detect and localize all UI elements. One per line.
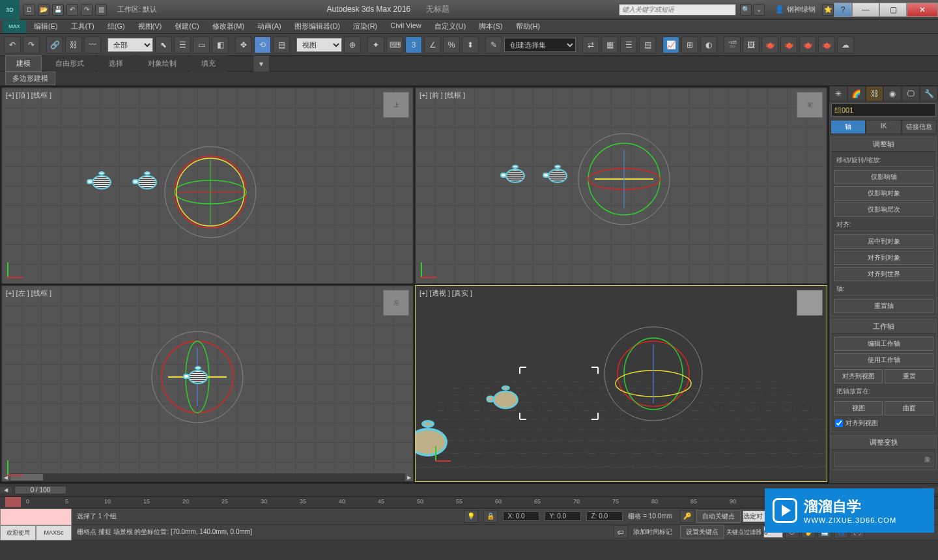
app-logo-icon[interactable]: 3D: [0, 0, 20, 20]
select-object-icon[interactable]: ⬉: [155, 36, 172, 53]
bind-spacewarp-icon[interactable]: 〰: [84, 36, 101, 53]
ribbon-tab-4[interactable]: 填充: [190, 55, 227, 72]
viewport-persp-label[interactable]: [+] [透视 ] [真实 ]: [419, 288, 472, 298]
render-activeshade-icon[interactable]: 🫖: [799, 36, 816, 53]
rotate-icon[interactable]: ⟲: [254, 36, 271, 53]
ribbon-tab-1[interactable]: 自由形式: [44, 55, 95, 72]
isolate-icon[interactable]: 🔒: [483, 510, 498, 523]
close-button[interactable]: ✕: [907, 3, 938, 17]
partial-button[interactable]: 象: [834, 453, 933, 467]
edit-named-sel-icon[interactable]: ✎: [485, 36, 502, 53]
viewport-left[interactable]: [+] [左 ] [线框 ] 左 ◀ ▶: [1, 285, 414, 482]
y-coord-field[interactable]: Y: 0.0: [545, 511, 581, 521]
ribbon-tab-0[interactable]: 建模: [5, 55, 42, 72]
rollout-header[interactable]: 调整轴: [831, 137, 936, 152]
spinner-snap-icon[interactable]: ⬍: [462, 36, 479, 53]
menu-创建(C)[interactable]: 创建(C): [168, 20, 205, 33]
ref-coord-select[interactable]: 视图: [296, 38, 342, 52]
redo-icon[interactable]: ↷: [81, 4, 92, 16]
add-time-tag[interactable]: 添加时间标记: [633, 527, 672, 537]
viewcube-icon[interactable]: 左: [383, 290, 409, 316]
snap-toggle-icon[interactable]: 3: [405, 36, 422, 53]
open-icon[interactable]: 📂: [38, 4, 50, 16]
render-frame-icon[interactable]: 🖼: [743, 36, 760, 53]
render-iterative-icon[interactable]: 🫖: [780, 36, 797, 53]
layer-manager-icon[interactable]: ☰: [620, 36, 637, 53]
viewport-scrollbar[interactable]: ◀ ▶: [2, 473, 413, 481]
unlink-icon[interactable]: ⛓: [65, 36, 82, 53]
time-tag-icon[interactable]: 🏷: [614, 525, 628, 539]
minimize-button[interactable]: ―: [852, 3, 879, 17]
place-surface-button[interactable]: 曲面: [885, 401, 933, 415]
place-view-button[interactable]: 视图: [834, 401, 883, 415]
menu-Civil View[interactable]: Civil View: [384, 20, 427, 33]
auto-key-button[interactable]: 自动关键点: [696, 510, 741, 523]
lock-selection-icon[interactable]: 💡: [464, 510, 478, 523]
scroll-left-icon[interactable]: ◀: [0, 487, 12, 493]
user-account[interactable]: 👤 钢神绿钢: [775, 5, 816, 14]
move-icon[interactable]: ✥: [235, 36, 252, 53]
toggle-ribbon-icon[interactable]: ▤: [639, 36, 656, 53]
motion-tab-icon[interactable]: ◉: [883, 86, 902, 102]
rollout-header[interactable]: 工作轴: [831, 320, 936, 334]
app-menu-icon[interactable]: MAX: [3, 20, 26, 33]
align-to-object-button[interactable]: 对齐到对象: [834, 251, 933, 265]
hierarchy-subtab-0[interactable]: 轴: [831, 120, 866, 134]
viewport-top[interactable]: [+] [顶 ] [线框 ] 上: [1, 87, 414, 284]
project-icon[interactable]: ▥: [95, 4, 107, 16]
script-mini-listener[interactable]: [0, 509, 72, 525]
object-name-field[interactable]: 组001: [831, 104, 936, 117]
named-selection-select[interactable]: 创建选择集: [504, 38, 576, 52]
menu-组(G)[interactable]: 组(G): [101, 20, 132, 33]
infocenter-icon[interactable]: 🔍: [740, 4, 752, 16]
viewport-top-label[interactable]: [+] [顶 ] [线框 ]: [6, 91, 51, 100]
display-tab-icon[interactable]: 🖵: [902, 86, 920, 102]
menu-动画(A)[interactable]: 动画(A): [251, 20, 288, 33]
x-coord-field[interactable]: X: 0.0: [503, 511, 539, 521]
help-search-input[interactable]: [619, 4, 736, 16]
set-key-button[interactable]: 设置关键点: [680, 525, 724, 539]
utilities-tab-icon[interactable]: 🔧: [920, 86, 938, 102]
poly-modeling-button[interactable]: 多边形建模: [5, 72, 55, 85]
link-icon[interactable]: 🔗: [46, 36, 63, 53]
render-setup-icon[interactable]: 🎬: [724, 36, 741, 53]
affect-object-only-button[interactable]: 仅影响对象: [834, 186, 933, 201]
keyboard-shortcut-icon[interactable]: ⌨: [386, 36, 403, 53]
ribbon-minimize-icon[interactable]: ▾: [253, 55, 270, 72]
maximize-button[interactable]: ▢: [879, 3, 907, 17]
menu-修改器(M)[interactable]: 修改器(M): [206, 20, 251, 33]
create-tab-icon[interactable]: ✳: [829, 86, 847, 102]
scale-icon[interactable]: ▤: [273, 36, 290, 53]
favorites-icon[interactable]: ⭐: [822, 4, 834, 16]
mirror-icon[interactable]: ⇄: [582, 36, 599, 53]
manipulate-icon[interactable]: ✦: [367, 36, 384, 53]
render-online-icon[interactable]: 🫖: [818, 36, 835, 53]
save-icon[interactable]: 💾: [52, 4, 64, 16]
new-icon[interactable]: 🗋: [23, 4, 35, 16]
viewport-perspective[interactable]: [+] [透视 ] [真实 ]: [415, 285, 827, 482]
menu-帮助(H)[interactable]: 帮助(H): [509, 20, 547, 33]
redo-button[interactable]: ↷: [23, 36, 40, 53]
signin-icon[interactable]: ⌄: [753, 4, 765, 16]
help-button[interactable]: ?: [834, 3, 852, 17]
menu-编辑(E)[interactable]: 编辑(E): [27, 20, 64, 33]
undo-button[interactable]: ↶: [4, 36, 21, 53]
reset-pivot-button[interactable]: 重置轴: [834, 299, 933, 313]
viewport-front[interactable]: [+] [前 ] [线框 ] 前: [415, 87, 827, 284]
render-production-icon[interactable]: 🫖: [761, 36, 778, 53]
align-to-world-button[interactable]: 对齐到世界: [834, 267, 933, 281]
edit-working-pivot-button[interactable]: 编辑工作轴: [834, 337, 933, 351]
selection-filter-select[interactable]: 全部: [107, 38, 153, 52]
reset-button[interactable]: 重置: [885, 369, 933, 384]
viewcube-icon[interactable]: 前: [797, 92, 823, 118]
hierarchy-subtab-2[interactable]: 链接信息: [902, 120, 937, 134]
z-coord-field[interactable]: Z: 0.0: [586, 511, 623, 521]
viewport-left-label[interactable]: [+] [左 ] [线框 ]: [6, 288, 51, 298]
menu-自定义(U)[interactable]: 自定义(U): [428, 20, 472, 33]
render-cloud-icon[interactable]: ☁: [837, 36, 854, 53]
select-by-name-icon[interactable]: ☰: [174, 36, 191, 53]
key-mode-icon[interactable]: 🔑: [680, 510, 694, 523]
maxscript-label[interactable]: MAXSc: [36, 525, 72, 541]
schematic-view-icon[interactable]: ⊞: [681, 36, 698, 53]
window-crossing-icon[interactable]: ◧: [212, 36, 229, 53]
